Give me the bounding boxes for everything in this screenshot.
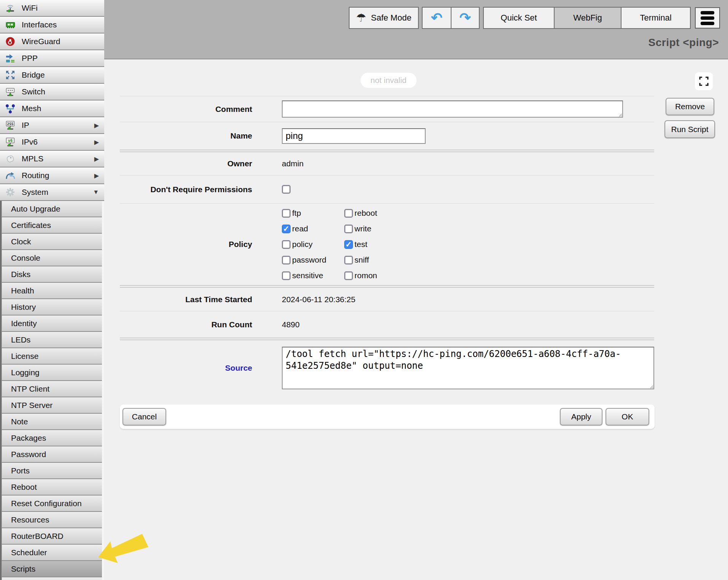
sidebar-item-routerboard[interactable]: RouterBOARD [2, 528, 102, 545]
sidebar-item-health[interactable]: Health [2, 283, 102, 299]
sidebar-item-switch[interactable]: Switch [0, 84, 104, 100]
sidebar-nav: WiFi Interfaces WireGuard PPP [0, 0, 104, 580]
svg-text:255: 255 [7, 122, 13, 126]
sidebar-item-note[interactable]: Note [2, 414, 102, 430]
section-divider [120, 285, 654, 288]
sidebar-item-shutdown[interactable]: Shutdown [2, 577, 102, 580]
sidebar-item-resources[interactable]: Resources [2, 512, 102, 528]
sidebar-item-label: WireGuard [22, 37, 60, 46]
tab-webfig[interactable]: WebFig [554, 8, 621, 28]
system-gear-icon [5, 186, 16, 198]
sidebar-item-auto-upgrade[interactable]: Auto Upgrade [2, 201, 102, 217]
policy-checkbox-read[interactable] [282, 225, 291, 233]
system-submenu: Auto Upgrade Certificates Clock Console … [0, 201, 102, 580]
sidebar-item-wireguard[interactable]: WireGuard [0, 33, 104, 50]
cancel-button[interactable]: Cancel [122, 408, 166, 425]
sidebar-item-mpls[interactable]: MPLS ▶ [0, 151, 104, 167]
policy-checkbox-ftp[interactable] [282, 209, 291, 218]
interfaces-icon [5, 19, 16, 30]
run-count-label: Run Count [120, 320, 252, 329]
policy-checkbox-grid: ftp read policy password sensitive reboo… [282, 206, 377, 284]
sidebar-item-ipv6[interactable]: v6 IPv6 ▶ [0, 134, 104, 151]
last-time-started-value: 2024-06-11 20:36:25 [282, 295, 355, 304]
last-time-started-row: Last Time Started 2024-06-11 20:36:25 [120, 288, 654, 311]
undo-button[interactable]: ↶ [423, 8, 451, 28]
owner-label: Owner [120, 159, 252, 168]
policy-checkbox-sniff[interactable] [344, 256, 353, 265]
sidebar-item-mesh[interactable]: Mesh [0, 100, 104, 117]
sidebar-item-routing[interactable]: Routing ▶ [0, 167, 104, 184]
sidebar-item-logging[interactable]: Logging [2, 365, 102, 381]
sidebar-item-label: IPv6 [22, 137, 38, 147]
fullscreen-icon [699, 76, 709, 86]
policy-checkbox-romon[interactable] [344, 271, 353, 280]
name-label: Name [120, 131, 252, 140]
sidebar-item-leds[interactable]: LEDs [2, 332, 102, 348]
hamburger-menu-button[interactable] [695, 7, 720, 29]
sidebar-item-ntp-client[interactable]: NTP Client [2, 381, 102, 397]
name-input[interactable] [282, 128, 426, 144]
sidebar-item-label: Interfaces [22, 20, 57, 29]
ok-button[interactable]: OK [606, 408, 649, 425]
sidebar-item-bridge[interactable]: Bridge [0, 67, 104, 84]
last-time-started-label: Last Time Started [120, 295, 252, 304]
policy-checkbox-write[interactable] [344, 225, 353, 233]
hamburger-icon [701, 11, 714, 14]
apply-button[interactable]: Apply [560, 408, 602, 425]
safe-mode-button[interactable]: ☂ Safe Mode [350, 8, 418, 28]
ppp-icon [5, 53, 16, 64]
sidebar-item-label: Switch [22, 87, 45, 96]
tab-quick-set[interactable]: Quick Set [484, 8, 554, 28]
tab-terminal[interactable]: Terminal [621, 8, 690, 28]
sidebar-item-ip[interactable]: 255 IP ▶ [0, 117, 104, 134]
policy-checkbox-password[interactable] [282, 256, 291, 265]
sidebar-item-wifi[interactable]: WiFi [0, 0, 104, 17]
policy-checkbox-test[interactable] [344, 240, 353, 249]
submenu-collapse-arrow: ▼ [93, 189, 99, 196]
redo-button[interactable]: ↷ [451, 8, 479, 28]
sidebar-item-console[interactable]: Console [2, 250, 102, 266]
run-count-row: Run Count 4890 [120, 311, 654, 338]
fullscreen-button[interactable] [695, 72, 713, 90]
mpls-icon [5, 153, 16, 164]
sidebar-item-history[interactable]: History [2, 299, 102, 315]
sidebar-item-system[interactable]: System ▼ [0, 184, 104, 201]
mesh-icon [5, 103, 16, 114]
sidebar-item-license[interactable]: License [2, 348, 102, 365]
policy-checkbox-policy[interactable] [282, 240, 291, 249]
sidebar-item-label: MPLS [22, 154, 43, 163]
sidebar-item-label: Mesh [22, 104, 41, 113]
sidebar-item-disks[interactable]: Disks [2, 266, 102, 283]
sidebar-item-ntp-server[interactable]: NTP Server [2, 397, 102, 414]
submenu-expand-arrow: ▶ [94, 155, 99, 163]
sidebar-item-identity[interactable]: Identity [2, 315, 102, 332]
sidebar-item-interfaces[interactable]: Interfaces [0, 17, 104, 33]
sidebar-item-ports[interactable]: Ports [2, 463, 102, 479]
source-code-input[interactable]: /tool fetch url="https://hc-ping.com/620… [282, 347, 654, 389]
sidebar-item-label: Bridge [22, 70, 45, 80]
routing-icon [5, 170, 16, 181]
undo-redo-group: ↶ ↷ [422, 7, 480, 29]
comment-input[interactable] [282, 100, 623, 118]
submenu-expand-arrow: ▶ [94, 139, 99, 146]
sidebar-item-clock[interactable]: Clock [2, 234, 102, 250]
policy-checkbox-sensitive[interactable] [282, 271, 291, 280]
run-count-value: 4890 [282, 320, 300, 329]
sidebar-item-packages[interactable]: Packages [2, 430, 102, 446]
svg-text:v6: v6 [8, 139, 13, 143]
sidebar-item-password[interactable]: Password [2, 446, 102, 463]
sidebar-item-reset-configuration[interactable]: Reset Configuration [2, 496, 102, 512]
sidebar-item-scripts[interactable]: Scripts [2, 561, 102, 577]
sidebar-item-certificates[interactable]: Certificates [2, 217, 102, 234]
source-row: Source /tool fetch url="https://hc-ping.… [120, 340, 654, 396]
page-title: Script <ping> [649, 37, 719, 49]
remove-button[interactable]: Remove [666, 98, 714, 115]
safe-mode-group: ☂ Safe Mode [349, 7, 419, 29]
switch-icon [5, 86, 16, 97]
sidebar-item-scheduler[interactable]: Scheduler [2, 545, 102, 561]
run-script-button[interactable]: Run Script [664, 120, 715, 138]
policy-checkbox-reboot[interactable] [344, 209, 353, 218]
dont-require-permissions-checkbox[interactable] [282, 185, 291, 194]
sidebar-item-reboot[interactable]: Reboot [2, 479, 102, 496]
sidebar-item-ppp[interactable]: PPP [0, 50, 104, 67]
